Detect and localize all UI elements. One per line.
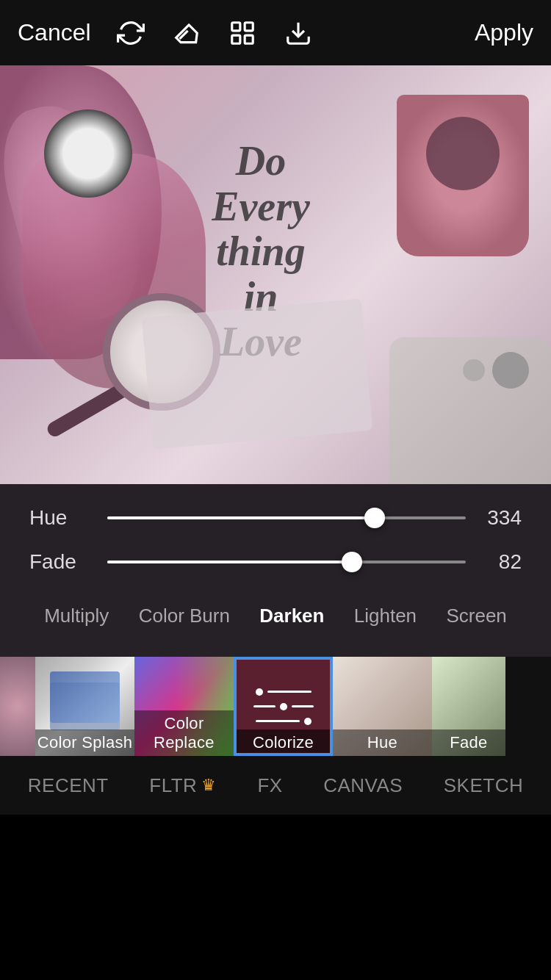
nav-fltr[interactable]: FLTR ♛	[149, 774, 217, 797]
toolbar: Cancel	[0, 0, 551, 65]
hue-thumb[interactable]	[364, 508, 385, 528]
filter-item-colorreplace[interactable]: Color Replace	[134, 657, 234, 756]
redo-icon	[117, 19, 145, 47]
image-placeholder: DoEverythinginLove	[0, 65, 551, 484]
nav-fx[interactable]: FX	[257, 774, 282, 797]
filter-item-fade[interactable]: Fade	[432, 657, 505, 756]
svg-rect-1	[231, 22, 240, 30]
download-button[interactable]	[282, 17, 314, 49]
crown-icon: ♛	[201, 776, 217, 795]
expand-button[interactable]	[226, 17, 259, 49]
cancel-button[interactable]: Cancel	[18, 19, 91, 46]
hue-value: 334	[478, 506, 522, 530]
notebook-layer	[142, 298, 373, 449]
redo-button[interactable]	[115, 17, 147, 49]
hue-fill	[107, 516, 375, 519]
nav-sketch[interactable]: SKETCH	[444, 774, 523, 797]
filter-item-hue[interactable]: Hue	[333, 657, 432, 756]
svg-rect-2	[245, 22, 253, 30]
erase-icon	[173, 19, 201, 47]
filter-strip: Color Splash Color Replace	[0, 657, 551, 756]
phone-layer	[389, 337, 551, 484]
toolbar-left-actions: Cancel	[18, 17, 314, 49]
bottom-bar	[0, 815, 551, 859]
main-image-area: DoEverythinginLove	[0, 65, 551, 484]
filter-label-colorreplace: Color Replace	[134, 710, 234, 756]
filter-label-hue: Hue	[333, 729, 432, 756]
controls-panel: Hue 334 Fade 82 Multiply Color Burn Dark…	[0, 484, 551, 657]
filter-label-colorize: Colorize	[234, 729, 333, 756]
filter-item-partial[interactable]	[0, 657, 35, 756]
hue-track[interactable]	[107, 516, 466, 519]
hue-label: Hue	[29, 506, 96, 530]
fade-label: Fade	[29, 550, 96, 574]
nav-canvas[interactable]: CANVAS	[323, 774, 403, 797]
fade-track[interactable]	[107, 561, 466, 563]
hue-slider-row: Hue 334	[29, 506, 522, 530]
cup-layer	[397, 95, 529, 256]
download-icon	[284, 19, 312, 47]
colorize-icon	[253, 688, 314, 725]
blend-mode-screen[interactable]: Screen	[440, 602, 512, 630]
filter-label-fade: Fade	[432, 729, 505, 756]
svg-rect-3	[231, 35, 240, 43]
blend-mode-colorburn[interactable]: Color Burn	[133, 602, 236, 630]
blend-modes-row: Multiply Color Burn Darken Lighten Scree…	[29, 594, 522, 642]
fade-thumb[interactable]	[342, 552, 362, 572]
erase-button[interactable]	[170, 17, 203, 49]
fade-slider-row: Fade 82	[29, 550, 522, 574]
filter-item-colorsplash[interactable]: Color Splash	[35, 657, 134, 756]
apply-button[interactable]: Apply	[475, 19, 533, 46]
svg-rect-4	[245, 35, 253, 43]
fade-fill	[107, 561, 352, 563]
blend-mode-lighten[interactable]: Lighten	[348, 602, 422, 630]
fade-value: 82	[478, 550, 522, 574]
filter-label-colorsplash: Color Splash	[35, 729, 134, 756]
headphones-layer	[44, 109, 132, 198]
expand-icon	[228, 19, 256, 47]
filter-item-colorize[interactable]: Colorize	[234, 657, 333, 756]
bottom-nav: RECENT FLTR ♛ FX CANVAS SKETCH	[0, 756, 551, 815]
fltr-label: FLTR	[149, 774, 197, 797]
nav-recent[interactable]: RECENT	[28, 774, 109, 797]
blend-mode-multiply[interactable]: Multiply	[38, 602, 115, 630]
blend-mode-darken[interactable]: Darken	[253, 602, 330, 630]
